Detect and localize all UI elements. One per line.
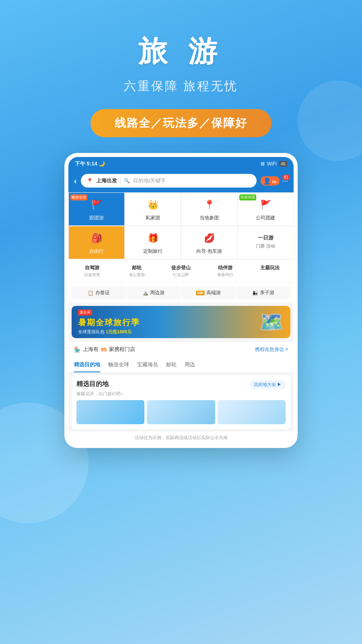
tab-island[interactable]: 宝藏海岛 <box>137 357 158 372</box>
sub-item-hiking[interactable]: 徒步登山 行走山野 <box>159 263 203 279</box>
hero-badge: 线路全／玩法多／保障好 <box>90 109 272 137</box>
corporate-icon: 🚩 <box>257 197 274 213</box>
family-label: 亲子游 <box>260 289 274 296</box>
menu-item-custom-tour[interactable]: 🎁 定制旅行 <box>125 226 181 259</box>
menu-grid-row1: 畅游全球 🚩 跟团游 👑 私家团 📍 当地参团 惊喜特惠 🚩 <box>68 192 294 226</box>
menu-item-day-tour[interactable]: 一日游 门票·活动 <box>237 226 294 259</box>
sub-item-theme[interactable]: 主题玩法 <box>248 263 292 279</box>
store-info: 🏪 上海有 95 家携程门店 携程在您身边 > <box>68 341 294 357</box>
menu-item-local-tour[interactable]: 📍 当地参团 <box>181 192 237 226</box>
promo-banner[interactable]: 暑去买 暑期全球旅行季 全球度假礼包 1元抵1888元 🗺️ <box>72 306 290 338</box>
menu-grid-row2: 🎒 自由行 🎁 定制旅行 💋 向导·包车游 一日游 门票·活动 <box>68 226 294 259</box>
search-icon: 🔍 <box>124 178 130 184</box>
banner-text-area: 暑去买 暑期全球旅行季 全球度假礼包 1元抵1888元 <box>78 310 259 335</box>
day-tour-label1: 一日游 <box>258 234 274 242</box>
sim-icon: ⊠ <box>261 161 265 167</box>
theme-label: 主题玩法 <box>249 264 290 271</box>
free-travel-label: 自由行 <box>89 248 104 255</box>
hiking-label: 徒步登山 <box>160 264 202 271</box>
phone-inner: 下午 5:14 🌙 ⊠ WiFi 46 ‹ 📍 上海出发 🔍 目的地/关键字 <box>68 157 294 444</box>
tab-nearby[interactable]: 周边 <box>185 357 195 372</box>
featured-section: 精选目的地 目的地大全 ▶ 春暖花开，出门旅行吧~ <box>72 375 290 429</box>
hero-subtitle: 六重保障 旅程无忧 <box>0 78 362 95</box>
store-left: 🏪 上海有 95 家携程门店 <box>74 346 135 353</box>
search-divider <box>120 178 121 184</box>
service-premium[interactable]: VIP 高端游 <box>181 286 236 299</box>
sub-item-self-drive[interactable]: 自驾游 沿途美景 <box>70 263 114 279</box>
promo-tag-corporate: 惊喜特惠 <box>239 194 256 200</box>
store-count: 95 <box>101 347 107 353</box>
sub-menu-row: 自驾游 沿途美景 邮轮 省心度假 徒步登山 行走山野 结伴游 青春同行 主题玩法 <box>68 259 294 283</box>
banner-title: 暑期全球旅行季 <box>78 317 259 328</box>
hi-badge[interactable]: 👤 Hi- <box>261 176 280 186</box>
sub-item-companion[interactable]: 结伴游 青春同行 <box>203 263 247 279</box>
tab-cruise[interactable]: 邮轮 <box>166 357 177 372</box>
status-icons: ⊠ WiFi 46 <box>261 161 287 167</box>
banner-promo-tag: 暑去买 <box>78 310 92 316</box>
service-nearby[interactable]: ⛰️ 周边游 <box>126 286 181 299</box>
sub-item-cruise[interactable]: 邮轮 省心度假 <box>114 263 158 279</box>
featured-title: 精选目的地 <box>76 380 109 388</box>
menu-item-guide-tour[interactable]: 💋 向导·包车游 <box>181 226 237 259</box>
search-input-area[interactable]: 📍 上海出发 🔍 目的地/关键字 <box>81 174 257 188</box>
service-family[interactable]: 👨‍👧 亲子游 <box>236 286 290 299</box>
departure-text: 上海出发 <box>96 177 117 184</box>
wifi-icon: WiFi <box>267 161 277 167</box>
store-prefix: 上海有 <box>83 346 99 353</box>
featured-all-btn[interactable]: 目的地大全 ▶ <box>250 380 286 389</box>
group-tour-icon: 🚩 <box>88 197 105 213</box>
featured-desc: 春暖花开，出门旅行吧~ <box>76 391 286 397</box>
local-tour-label: 当地参团 <box>200 215 219 221</box>
battery-icon: 46 <box>279 161 287 167</box>
banner-promo: 1元抵1888元 <box>106 329 132 334</box>
phone-mockup: 下午 5:14 🌙 ⊠ WiFi 46 ‹ 📍 上海出发 🔍 目的地/关键字 <box>64 153 298 448</box>
moon-icon: 🌙 <box>99 161 105 167</box>
service-visa[interactable]: 📋 办签证 <box>72 286 126 299</box>
tab-featured[interactable]: 精选目的地 <box>74 357 100 372</box>
store-suffix: 家携程门店 <box>109 346 135 353</box>
phone-frame: 下午 5:14 🌙 ⊠ WiFi 46 ‹ 📍 上海出发 🔍 目的地/关键字 <box>64 153 298 448</box>
search-placeholder: 目的地/关键字 <box>133 177 166 184</box>
tabs-row: 精选目的地 畅游全球 宝藏海岛 邮轮 周边 <box>68 357 294 373</box>
nearby-icon: ⛰️ <box>142 290 148 296</box>
promo-tag-group: 畅游全球 <box>70 194 87 200</box>
premium-icon: VIP <box>196 291 205 295</box>
store-icon: 🏪 <box>74 347 80 353</box>
visa-icon: 📋 <box>88 290 94 296</box>
custom-tour-icon: 🎁 <box>145 230 161 246</box>
nearby-label: 周边游 <box>150 289 165 296</box>
avatar-icon: 👤 <box>263 178 271 184</box>
menu-item-private-tour[interactable]: 👑 私家团 <box>125 192 181 226</box>
banner-illustration: 🗺️ <box>259 310 284 334</box>
menu-item-group-tour[interactable]: 畅游全球 🚩 跟团游 <box>68 192 125 226</box>
featured-header: 精选目的地 目的地大全 ▶ <box>76 380 286 389</box>
self-drive-sublabel: 沿途美景 <box>72 272 113 278</box>
location-icon: 📍 <box>86 178 93 184</box>
featured-images <box>76 400 286 424</box>
featured-img-1 <box>76 400 144 424</box>
guide-tour-label: 向导·包车游 <box>196 248 222 255</box>
visa-label: 办签证 <box>95 289 110 296</box>
status-time: 下午 5:14 🌙 <box>75 160 105 167</box>
featured-img-2 <box>147 400 215 424</box>
private-tour-icon: 👑 <box>145 197 161 213</box>
companion-label: 结伴游 <box>205 264 246 271</box>
family-icon: 👨‍👧 <box>252 290 258 296</box>
status-bar: 下午 5:14 🌙 ⊠ WiFi 46 <box>68 157 294 171</box>
back-button[interactable]: ‹ <box>74 176 77 186</box>
message-badge[interactable]: ··· 81 <box>282 177 288 185</box>
search-right-icons: 👤 Hi- ··· 81 <box>261 176 288 186</box>
service-tags: 📋 办签证 ⛰️ 周边游 VIP 高端游 👨‍👧 亲子游 <box>68 283 294 303</box>
day-tour-label2: 门票·活动 <box>256 243 275 249</box>
local-tour-icon: 📍 <box>201 197 217 213</box>
featured-img-3 <box>218 400 286 424</box>
tab-global[interactable]: 畅游全球 <box>108 357 129 372</box>
banner-subtitle: 全球度假礼包 1元抵1888元 <box>78 329 259 335</box>
disclaimer: 活动仅为示例，实际商品或活动以实际公示为准 <box>68 431 294 444</box>
hiking-sublabel: 行走山野 <box>160 272 202 278</box>
store-link[interactable]: 携程在您身边 > <box>255 346 288 353</box>
menu-item-corporate[interactable]: 惊喜特惠 🚩 公司团建 <box>237 192 294 226</box>
guide-tour-icon: 💋 <box>201 230 217 246</box>
cruise-sublabel: 省心度假 <box>116 272 157 278</box>
menu-item-free-travel[interactable]: 🎒 自由行 <box>68 226 125 259</box>
